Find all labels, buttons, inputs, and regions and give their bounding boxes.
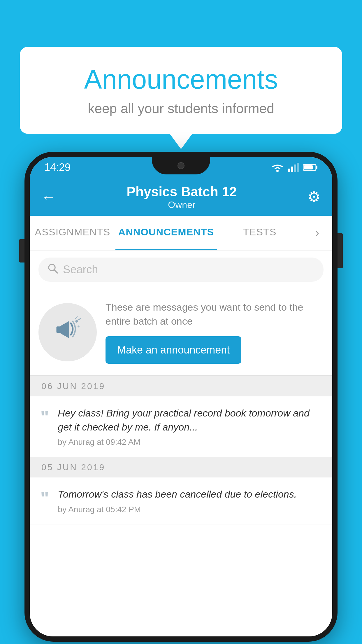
search-container: Search — [30, 251, 332, 289]
header-title: Physics Batch 12 — [126, 184, 237, 200]
search-bar[interactable]: Search — [38, 258, 324, 282]
quote-icon-1: " — [40, 406, 49, 427]
header-subtitle: Owner — [126, 200, 237, 210]
tab-tests[interactable]: TESTS — [217, 216, 303, 250]
svg-rect-7 — [304, 165, 313, 169]
svg-rect-1 — [288, 169, 290, 172]
battery-icon — [303, 163, 318, 172]
svg-point-0 — [276, 170, 279, 172]
make-announcement-button[interactable]: Make an announcement — [106, 336, 241, 364]
announcement-meta-2: by Anurag at 05:42 PM — [58, 505, 322, 514]
quote-icon-2: " — [40, 487, 49, 508]
svg-rect-4 — [297, 163, 299, 172]
announcement-item-1[interactable]: " Hey class! Bring your practical record… — [30, 396, 332, 457]
svg-point-12 — [75, 320, 78, 323]
status-icons — [271, 163, 318, 172]
tab-assignments[interactable]: ASSIGNMENTS — [30, 216, 115, 250]
megaphone-circle — [38, 303, 97, 361]
bubble-subtitle: keep all your students informed — [31, 101, 331, 116]
phone-outer: 14:29 — [24, 152, 338, 642]
search-placeholder: Search — [63, 263, 98, 276]
phone-screen: 14:29 — [30, 157, 332, 636]
speech-bubble-container: Announcements keep all your students inf… — [20, 47, 342, 134]
cta-description: These are messages you want to send to t… — [106, 300, 324, 328]
app-header: ← Physics Batch 12 Owner ⚙ — [30, 178, 332, 216]
svg-line-9 — [54, 270, 57, 273]
search-icon — [47, 263, 58, 276]
tab-more[interactable]: › — [303, 216, 332, 250]
phone-mockup: 14:29 — [24, 152, 338, 642]
announcement-meta-1: by Anurag at 09:42 AM — [58, 438, 322, 447]
announcement-text-1: Hey class! Bring your practical record b… — [58, 406, 322, 434]
back-button[interactable]: ← — [41, 188, 56, 205]
status-bar: 14:29 — [30, 157, 332, 178]
status-time: 14:29 — [44, 161, 71, 174]
svg-rect-6 — [316, 166, 317, 169]
signal-icon — [288, 163, 299, 172]
svg-rect-11 — [57, 326, 60, 333]
announcement-content-2: Tomorrow's class has been cancelled due … — [58, 487, 322, 514]
megaphone-icon — [52, 313, 84, 351]
svg-rect-2 — [291, 167, 293, 172]
announcement-item-2[interactable]: " Tomorrow's class has been cancelled du… — [30, 477, 332, 524]
svg-marker-10 — [60, 321, 69, 338]
cta-right: These are messages you want to send to t… — [106, 300, 324, 364]
wifi-icon — [271, 163, 284, 172]
date-separator-2: 05 JUN 2019 — [30, 457, 332, 477]
notch — [152, 157, 210, 174]
bubble-title: Announcements — [31, 64, 331, 95]
announcement-cta: These are messages you want to send to t… — [30, 289, 332, 376]
announcement-content-1: Hey class! Bring your practical record b… — [58, 406, 322, 447]
svg-line-15 — [78, 319, 80, 320]
tabs-bar: ASSIGNMENTS ANNOUNCEMENTS TESTS › — [30, 216, 332, 251]
svg-rect-3 — [294, 164, 296, 172]
header-center: Physics Batch 12 Owner — [126, 184, 237, 210]
tab-announcements[interactable]: ANNOUNCEMENTS — [115, 216, 217, 250]
notch-camera — [178, 162, 184, 169]
svg-point-13 — [78, 326, 80, 328]
settings-icon[interactable]: ⚙ — [307, 188, 321, 205]
date-separator-1: 06 JUN 2019 — [30, 376, 332, 396]
announcement-text-2: Tomorrow's class has been cancelled due … — [58, 487, 322, 501]
svg-line-14 — [75, 317, 77, 319]
speech-bubble: Announcements keep all your students inf… — [20, 47, 342, 134]
